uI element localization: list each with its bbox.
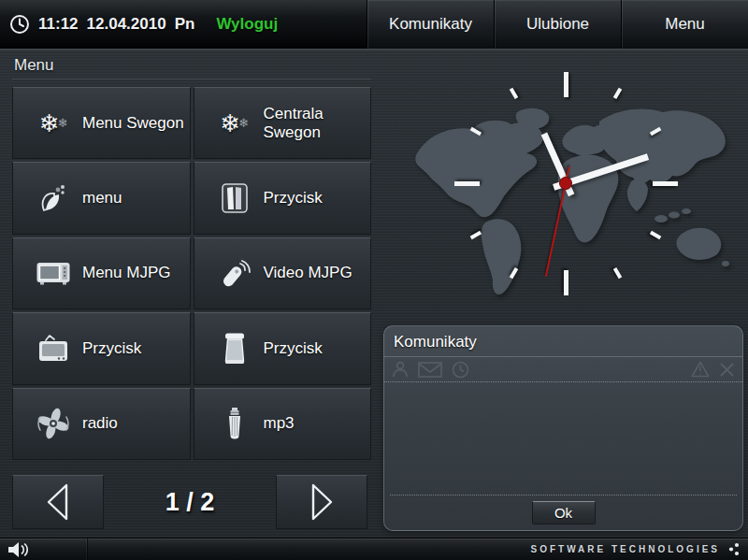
touch-panel-screen: 11:12 12.04.2010 Pn Wyloguj Komunikaty U… [0, 0, 748, 560]
arrow-left-icon [40, 481, 76, 524]
menu-section-title: Menu [14, 56, 371, 75]
status-cluster: 11:12 12.04.2010 Pn Wyloguj [0, 0, 367, 49]
status-icons-left [392, 361, 469, 379]
bottom-bar: SOFTWARE TECHNOLOGIES [0, 538, 748, 560]
header-day: Pn [175, 15, 195, 34]
menu-button-label: Menu Swegon [82, 114, 184, 133]
messages-footer: Ok [390, 495, 737, 530]
messages-body [384, 382, 742, 495]
fan-icon [34, 407, 73, 440]
top-tabs: Komunikaty Ulubione Menu [367, 0, 748, 49]
blind-icon [215, 332, 254, 366]
speaker-icon [7, 541, 31, 558]
brand: SOFTWARE TECHNOLOGIES [531, 542, 748, 556]
brand-text: SOFTWARE TECHNOLOGIES [531, 544, 720, 554]
menu-button[interactable]: menu [12, 162, 191, 234]
clock-minor-tick [650, 231, 661, 239]
menu-button[interactable]: Video MJPG [194, 237, 372, 309]
menu-button-label: Video MJPG [264, 264, 352, 282]
messages-panel: Komunikaty [383, 325, 743, 531]
menu-button-label: radio [82, 414, 118, 433]
user-icon [392, 361, 409, 379]
brand-logo-icon [727, 542, 741, 556]
clock-center-dot [559, 177, 572, 190]
header-date: 12.04.2010 [87, 15, 166, 34]
logout-link[interactable]: Wyloguj [216, 15, 278, 34]
clock-minor-tick [510, 267, 518, 279]
page-indicator: 1 / 2 [104, 488, 276, 517]
menu-button-label: Przycisk [264, 189, 323, 208]
menu-button-label: Przycisk [82, 339, 141, 358]
clock-minor-tick [510, 88, 518, 99]
remote-icon [215, 257, 254, 289]
snowflake-icon: ❄❄ [215, 111, 254, 136]
menu-button[interactable]: Przycisk [194, 162, 372, 234]
clock-icon [9, 14, 30, 35]
menu-button[interactable]: ❄❄Centrala Swegon [194, 87, 372, 159]
prev-page-button[interactable] [12, 475, 104, 529]
microwave-icon [34, 259, 73, 287]
menu-button[interactable]: mp3 [194, 388, 372, 460]
menu-section: Menu ❄❄Menu Swegon❄❄Centrala SwegonmenuP… [12, 56, 371, 529]
tv-icon [34, 334, 73, 364]
clock-minor-tick [613, 88, 622, 99]
menu-button[interactable]: radio [12, 388, 191, 460]
menu-button[interactable]: Przycisk [194, 312, 372, 384]
close-icon [719, 362, 735, 378]
arrow-right-icon [304, 481, 339, 524]
switch-icon [215, 182, 254, 214]
clock-minor-tick [613, 267, 622, 279]
header-time: 11:12 [38, 15, 79, 34]
clock-major-tick [564, 72, 568, 97]
analog-clock [453, 71, 678, 295]
clock-major-tick [454, 181, 480, 186]
next-page-button[interactable] [276, 475, 367, 529]
menu-button[interactable]: Menu MJPG [12, 237, 191, 309]
ok-button[interactable]: Ok [532, 501, 596, 524]
messages-status-row [384, 357, 742, 382]
clock-major-tick [564, 270, 568, 295]
clock-minor-tick [470, 231, 482, 239]
menu-button[interactable]: Przycisk [12, 312, 191, 384]
menu-grid: ❄❄Menu Swegon❄❄Centrala SwegonmenuPrzyci… [12, 87, 371, 460]
status-icons-right [691, 361, 735, 378]
tab-menu[interactable]: Menu [621, 0, 748, 49]
clock-status-icon [452, 361, 469, 379]
menu-button-label: menu [82, 189, 122, 208]
pagination: 1 / 2 [12, 475, 367, 529]
snowflake-icon: ❄❄ [34, 111, 73, 136]
clock-major-tick [653, 181, 678, 186]
bulb-icon [215, 407, 254, 440]
clock-minor-tick [650, 127, 661, 136]
menu-button-label: Centrala Swegon [264, 105, 371, 142]
mail-icon [418, 362, 442, 378]
volume-button[interactable] [0, 538, 88, 560]
warning-icon [691, 361, 710, 378]
tab-komunikaty[interactable]: Komunikaty [367, 0, 494, 49]
clock-minor-tick [470, 127, 482, 136]
leaf-icon [34, 183, 73, 213]
menu-button-label: Menu MJPG [82, 264, 170, 282]
tab-ulubione[interactable]: Ulubione [494, 0, 621, 49]
menu-button[interactable]: ❄❄Menu Swegon [12, 87, 191, 159]
menu-title-divider [12, 79, 371, 79]
messages-title: Komunikaty [384, 326, 742, 357]
menu-button-label: mp3 [264, 414, 295, 433]
top-bar: 11:12 12.04.2010 Pn Wyloguj Komunikaty U… [0, 0, 748, 49]
menu-button-label: Przycisk [264, 339, 323, 358]
